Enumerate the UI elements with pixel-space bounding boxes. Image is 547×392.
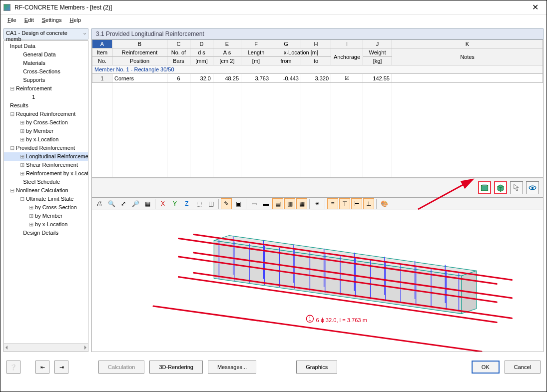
col-c[interactable]: C	[167, 40, 190, 48]
calculation-button[interactable]: Calculation	[98, 361, 144, 374]
bottom-bar: ❔ ⇤ ⇥ Calculation 3D-Rendering Messages.…	[0, 355, 547, 379]
hdr-from: from	[271, 57, 301, 65]
col-g[interactable]: G	[271, 40, 301, 48]
cell-from[interactable]: -0.443	[271, 74, 301, 83]
col-k[interactable]: K	[392, 40, 543, 48]
tree-longitudinal[interactable]: Longitudinal Reinforcement	[4, 152, 88, 161]
find-icon[interactable]: 🔍	[106, 198, 117, 209]
col-d[interactable]: D	[190, 40, 213, 48]
cell-as[interactable]: 48.25	[213, 74, 241, 83]
render2-icon[interactable]: ▬	[260, 198, 271, 209]
tree-input-data[interactable]: Input Data	[4, 42, 88, 50]
export-reinf-button[interactable]	[478, 181, 491, 194]
export-3d-button[interactable]	[494, 181, 507, 194]
ok-button[interactable]: OK	[472, 361, 500, 374]
col-i[interactable]: I	[331, 40, 363, 48]
axes-icon[interactable]: ✴	[312, 198, 323, 209]
tree-req-cs[interactable]: by Cross-Section	[4, 118, 88, 127]
tree-materials[interactable]: Materials	[4, 59, 88, 67]
menu-edit[interactable]: Edit	[20, 16, 38, 24]
tree-uls-member[interactable]: by Member	[4, 212, 88, 220]
tree-shear[interactable]: Shear Reinforcement	[4, 161, 88, 169]
hdr-as: A s	[213, 48, 241, 57]
cell-bars[interactable]: 6	[167, 74, 190, 83]
tree-provided-reinf[interactable]: Provided Reinforcement	[4, 144, 88, 152]
view-button[interactable]	[526, 181, 539, 194]
tree-supports[interactable]: Supports	[4, 76, 88, 84]
zoom-window-icon[interactable]: 🔎	[130, 198, 141, 209]
cell-position[interactable]: Corners	[112, 74, 167, 83]
cell-item: 1	[92, 74, 112, 83]
dim-top-icon[interactable]: ⊤	[339, 198, 350, 209]
hdr-to: to	[301, 57, 331, 65]
messages-button[interactable]: Messages...	[208, 361, 256, 374]
tree-nonlinear[interactable]: Nonlinear Calculation	[4, 186, 88, 195]
col-f[interactable]: F	[241, 40, 271, 48]
cell-to[interactable]: 3.320	[301, 74, 331, 83]
print-icon[interactable]: 🖨	[94, 198, 105, 209]
hdr-xloc: x-Location [m]	[271, 48, 331, 57]
zoom-fit-icon[interactable]: ⤢	[118, 198, 129, 209]
cell-weight[interactable]: 142.55	[363, 74, 392, 83]
dim-bot-icon[interactable]: ⊥	[363, 198, 374, 209]
tree-uls-x[interactable]: by x-Location	[4, 220, 88, 229]
iso-icon[interactable]: ⬚	[193, 198, 204, 209]
tree-required-reinf[interactable]: Required Reinforcement	[4, 110, 88, 118]
tree-reinforcement[interactable]: Reinforcement	[4, 84, 88, 93]
menu-help[interactable]: Help	[65, 16, 85, 24]
help-button[interactable]: ❔	[6, 361, 20, 374]
bar-label-icon[interactable]: ≡	[327, 198, 338, 209]
tree-steel-schedule[interactable]: Steel Schedule	[4, 178, 88, 186]
tree-req-x[interactable]: by x-Location	[4, 135, 88, 144]
rendering-button[interactable]: 3D-Rendering	[149, 361, 202, 374]
dim-mid-icon[interactable]: ⊢	[351, 198, 362, 209]
pick-button[interactable]	[510, 181, 523, 194]
render4-icon[interactable]: ▥	[284, 198, 295, 209]
tree-design-details[interactable]: Design Details	[4, 229, 88, 237]
col-e[interactable]: E	[213, 40, 241, 48]
prev-button[interactable]: ⇤	[35, 361, 49, 374]
color-icon[interactable]: 🎨	[379, 198, 390, 209]
viewport-3d[interactable]: 1 6 ϕ 32.0, l = 3.763 m	[91, 210, 544, 352]
nav-tree[interactable]: Input Data General Data Materials Cross-…	[3, 40, 88, 344]
graphics-button[interactable]: Graphics	[296, 361, 337, 374]
view-y-icon[interactable]: Y	[169, 198, 180, 209]
tree-uls-cs[interactable]: by Cross-Section	[4, 203, 88, 212]
tree-reinf-1[interactable]: 1	[4, 93, 88, 101]
display-opt2-icon[interactable]: ▣	[233, 198, 244, 209]
cell-anchorage[interactable]: ☑	[331, 74, 363, 83]
close-button[interactable]: ✕	[527, 2, 544, 12]
col-h[interactable]: H	[301, 40, 331, 48]
display-opt1-icon[interactable]: ✎	[221, 198, 232, 209]
render1-icon[interactable]: ▭	[248, 198, 259, 209]
hdr-length: Length	[241, 48, 271, 57]
tree-cross-sections[interactable]: Cross-Sections	[4, 67, 88, 76]
selection-icon[interactable]: ▦	[142, 198, 153, 209]
sidebar-hscroll[interactable]	[3, 344, 88, 352]
data-row-1[interactable]: 1 Corners 6 32.0 48.25 3.763 -0.443 3.32…	[92, 74, 543, 83]
group-row[interactable]: Member No. 1 - Rectangle 30/50	[92, 65, 543, 74]
tree-reinf-x[interactable]: Reinforcement by x-Location	[4, 169, 88, 178]
view-z-icon[interactable]: Z	[181, 198, 192, 209]
col-b[interactable]: B	[112, 40, 167, 48]
col-a[interactable]: A	[92, 40, 112, 48]
menu-file[interactable]: File	[3, 16, 20, 24]
col-j[interactable]: J	[363, 40, 392, 48]
next-button[interactable]: ⇥	[54, 361, 68, 374]
case-selector[interactable]: CA1 - Design of concrete memb	[3, 28, 88, 39]
viewport-toolbar: 🖨 🔍 ⤢ 🔎 ▦ X Y Z ⬚ ◫ ✎ ▣ ▭ ▬ ▤ ▥ ▦ ✴ ≡ ⊤ …	[91, 197, 544, 210]
cell-length[interactable]: 3.763	[241, 74, 271, 83]
view-x-icon[interactable]: X	[157, 198, 168, 209]
tree-general-data[interactable]: General Data	[4, 50, 88, 59]
render5-icon[interactable]: ▦	[296, 198, 307, 209]
menu-settings[interactable]: Settings	[38, 16, 66, 24]
tree-req-member[interactable]: by Member	[4, 127, 88, 135]
tree-results[interactable]: Results	[4, 101, 88, 110]
window-title: RF-CONCRETE Members - [test (2)]	[14, 4, 527, 11]
cancel-button[interactable]: Cancel	[505, 361, 541, 374]
persp-icon[interactable]: ◫	[205, 198, 216, 209]
cell-ds[interactable]: 32.0	[190, 74, 213, 83]
cell-notes[interactable]	[392, 74, 543, 83]
render3-icon[interactable]: ▤	[272, 198, 283, 209]
tree-uls[interactable]: Ultimate Limit State	[4, 195, 88, 203]
